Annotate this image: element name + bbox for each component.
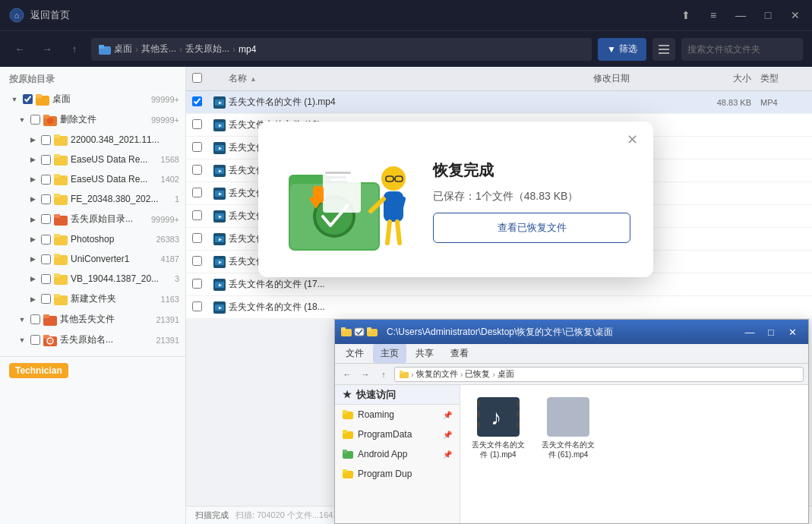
tree-expand-icon-del[interactable]: ▼	[17, 115, 27, 125]
tree-toggle-nf[interactable]: ▶	[27, 294, 38, 305]
sidebar-checkbox-nf[interactable]	[41, 294, 51, 304]
explorer-back-button[interactable]: ←	[340, 367, 355, 382]
minimize-icon[interactable]: —	[733, 8, 748, 23]
tree-toggle-ol[interactable]: ▼	[17, 314, 27, 325]
sidebar-checkbox-desktop[interactable]	[23, 94, 33, 104]
table-row[interactable]: 丢失文件名的文件 (1).mp4 48.83 KB MP4	[186, 91, 812, 114]
pin-icon-programdata: 📌	[443, 431, 452, 439]
row-checkbox-5[interactable]	[192, 188, 202, 197]
row-checkbox-2[interactable]	[192, 119, 202, 129]
sidebar-item-22000[interactable]: ▶ 22000.348_2021.11...	[0, 130, 185, 150]
explorer-up-button[interactable]: ↑	[376, 367, 391, 382]
tree-toggle-easeus2[interactable]: ▶	[27, 174, 38, 185]
explorer-minimize-button[interactable]: —	[740, 324, 760, 339]
explorer-sidebar-roaming[interactable]: Roaming 📌	[335, 405, 460, 425]
sidebar-item-easeus1[interactable]: ▶ EaseUS Data Re... 1568	[0, 150, 185, 169]
close-icon[interactable]: ✕	[788, 8, 803, 23]
sidebar-checkbox-ol[interactable]	[30, 314, 40, 324]
sidebar-checkbox-vb[interactable]	[41, 274, 51, 284]
explorer-address-bar[interactable]: › 恢复的文件 › 已恢复 › 桌面	[394, 367, 804, 382]
explorer-forward-button[interactable]: →	[358, 367, 373, 382]
menu-icon[interactable]: ≡	[706, 8, 721, 23]
explorer-maximize-button[interactable]: □	[761, 324, 781, 339]
sidebar-checkbox-lo[interactable]	[30, 335, 40, 345]
tree-toggle-lo[interactable]: ▼	[17, 335, 27, 346]
explorer-menu-share[interactable]: 共享	[408, 344, 441, 363]
explorer-addr-2[interactable]: 已恢复	[465, 368, 490, 380]
sidebar-item-vb[interactable]: ▶ VB_19044.1387_20... 3	[0, 269, 185, 289]
sidebar-item-uniconverter[interactable]: ▶ UniConverter1 4187	[0, 249, 185, 269]
tree-toggle-lost-dir[interactable]: ▶	[27, 214, 38, 225]
sidebar-item-new-folder[interactable]: ▶ 新建文件夹 1163	[0, 289, 185, 309]
sidebar-item-lost-original[interactable]: ▼ ? 丢失原始名... 21391	[0, 330, 185, 350]
sidebar-checkbox-lost-dir[interactable]	[41, 214, 51, 224]
tree-toggle-ps[interactable]: ▶	[27, 234, 38, 245]
tree-toggle-vb[interactable]: ▶	[27, 273, 38, 284]
explorer-menu-view[interactable]: 查看	[443, 344, 476, 363]
sort-icon[interactable]: ▲	[250, 75, 257, 83]
svg-line-75	[397, 222, 400, 243]
filter-button[interactable]: ▼ 筛选	[598, 38, 646, 61]
sidebar-item-desktop[interactable]: ▼ 桌面 99999+	[0, 89, 185, 109]
view-toggle-button[interactable]	[652, 38, 675, 61]
svg-rect-64	[325, 181, 348, 183]
maximize-icon[interactable]: □	[760, 8, 776, 23]
row-checkbox-1[interactable]	[192, 96, 202, 106]
svg-rect-13	[54, 134, 60, 138]
sidebar-checkbox-easeus1[interactable]	[41, 155, 51, 165]
back-button[interactable]: ←	[9, 39, 30, 60]
file-type-icon-7	[213, 233, 226, 245]
sidebar-checkbox-uc[interactable]	[41, 254, 51, 264]
tree-toggle-easeus1[interactable]: ▶	[27, 154, 38, 165]
sidebar-checkbox-fe[interactable]	[41, 194, 51, 204]
row-checkbox-9[interactable]	[192, 279, 202, 289]
row-checkbox-7[interactable]	[192, 233, 202, 243]
explorer-menu-home[interactable]: 主页	[373, 344, 406, 363]
row-checkbox-8[interactable]	[192, 256, 202, 266]
row-checkbox-10[interactable]	[192, 301, 202, 311]
explorer-addr-1[interactable]: 恢复的文件	[416, 368, 458, 380]
row-checkbox-6[interactable]	[192, 210, 202, 220]
explorer-close-button[interactable]: ✕	[782, 324, 802, 339]
up-button[interactable]: ↑	[64, 39, 85, 60]
row-checkbox-3[interactable]	[192, 142, 202, 152]
svg-rect-6	[659, 52, 669, 54]
table-row[interactable]: 丢失文件名的文件 (18...	[186, 296, 812, 319]
tree-toggle-uc[interactable]: ▶	[27, 254, 38, 264]
breadcrumb-item-2[interactable]: 其他丢...	[141, 43, 176, 55]
explorer-sidebar-programdata[interactable]: ProgramData 📌	[335, 425, 460, 444]
explorer-sidebar-androidapp[interactable]: Android App 📌	[335, 444, 460, 464]
sidebar-checkbox-ps[interactable]	[41, 235, 51, 245]
sidebar-item-easeus2[interactable]: ▶ EaseUS Data Re... 1402	[0, 169, 185, 189]
sidebar-checkbox-22000[interactable]	[41, 135, 51, 145]
view-recovered-button[interactable]: 查看已恢复文件	[433, 213, 630, 243]
sidebar-checkbox-easeus2[interactable]	[41, 175, 51, 185]
select-all-checkbox[interactable]	[192, 73, 202, 83]
breadcrumb-item-3[interactable]: 丢失原始...	[185, 43, 229, 55]
share-icon[interactable]: ⬆	[678, 8, 694, 23]
tree-expand-icon[interactable]: ▼	[9, 94, 20, 105]
explorer-file-item-1[interactable]: ♪ 丢失文件名的文件 (1).mp4	[468, 393, 529, 464]
sidebar-item-other-lost[interactable]: ▼ 其他丢失文件 21391	[0, 309, 185, 330]
explorer-file-item-2[interactable]: 丢失文件名的文件 (61).mp4	[538, 393, 599, 464]
row-checkbox-4[interactable]	[192, 165, 202, 175]
breadcrumb-item-4[interactable]: mp4	[239, 44, 256, 55]
explorer-nav-folder-icon	[400, 371, 409, 378]
sidebar-item-fe[interactable]: ▶ FE_20348.380_202... 1	[0, 189, 185, 209]
breadcrumb-item-1[interactable]: 桌面	[114, 43, 132, 55]
sidebar-checkbox-deleted[interactable]	[30, 115, 40, 125]
explorer-sidebar-programdup[interactable]: Program Dup	[335, 464, 460, 484]
sidebar-item-photoshop[interactable]: ▶ Photoshop 26383	[0, 229, 185, 249]
forward-button[interactable]: →	[36, 39, 58, 60]
explorer-menu-file[interactable]: 文件	[338, 344, 371, 363]
search-input[interactable]	[681, 38, 803, 61]
sidebar-item-deleted[interactable]: ▼ 删除文件 99999+	[0, 109, 185, 130]
col-header-size: 大小	[692, 72, 760, 85]
sidebar-item-name-ol: 其他丢失文件	[60, 313, 150, 326]
tree-toggle-22000[interactable]: ▶	[27, 134, 38, 145]
explorer-addr-3[interactable]: 桌面	[498, 368, 514, 380]
dialog-close-button[interactable]: ✕	[623, 131, 641, 149]
folder-icon-22000	[54, 134, 68, 146]
sidebar-item-lost-dir[interactable]: ▶ 丢失原始目录... 99999+	[0, 209, 185, 229]
tree-toggle-fe[interactable]: ▶	[27, 194, 38, 204]
